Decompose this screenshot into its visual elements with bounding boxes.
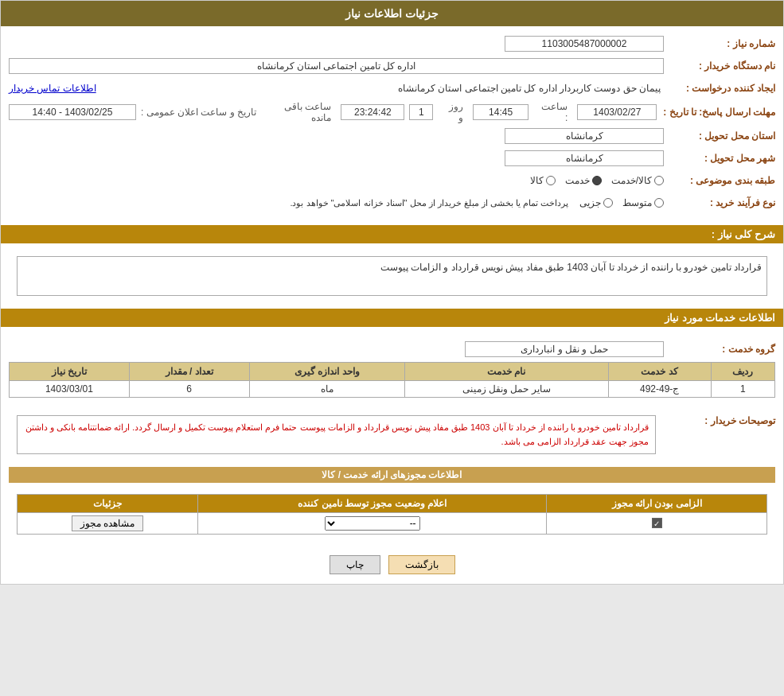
need-number-value: 1103005487000002 (505, 36, 664, 52)
need-desc-section-divider: شرح کلی نیاز : (1, 225, 783, 243)
col-service-name: نام خدمت (404, 363, 608, 381)
category-radio-khedmat (592, 176, 602, 185)
permit-cell-required: ✓ (547, 513, 767, 535)
services-table: ردیف کد خدمت نام خدمت واحد اندازه گیری ت… (9, 362, 775, 398)
announce-date-label: تاریخ و ساعت اعلان عمومی : (136, 107, 261, 118)
send-remaining-label: ساعت باقی مانده (261, 101, 336, 123)
need-desc-section-label: شرح کلی نیاز : (712, 228, 775, 240)
delivery-province-value: کرمانشاه (505, 128, 664, 144)
page-title: جزئیات اطلاعات نیاز (345, 7, 439, 20)
delivery-province-label: استان محل تحویل : (664, 130, 775, 142)
cell-row-num: 1 (711, 381, 774, 398)
delivery-city-value: کرمانشاه (505, 150, 664, 166)
cell-service-code: ج-49-492 (608, 381, 711, 398)
contact-info-link[interactable]: اطلاعات تماس خریدار (9, 83, 96, 94)
permit-cell-announce: -- (197, 513, 546, 535)
need-desc-box: قرارداد تامین خودرو با راننده از خرداد ت… (17, 256, 767, 296)
send-date-value: 1403/02/27 (577, 104, 657, 120)
purchase-type-note: پرداخت تمام یا بخشی از مبلغ خریدار از مح… (287, 196, 571, 210)
send-time-label: ساعت : (533, 101, 572, 123)
send-days-value: 1 (409, 104, 433, 120)
requester-label: ایجاد کننده درخواست : (664, 83, 775, 94)
category-radio-kala-khedmat (654, 176, 664, 185)
category-option-khedmat[interactable]: خدمت (565, 175, 602, 186)
delivery-city-label: شهر محل تحویل : (664, 153, 775, 164)
col-row-num: ردیف (711, 363, 774, 381)
col-need-date: تاریخ نیاز (10, 363, 130, 381)
permits-section-label: اطلاعات مجوزهای ارائه خدمت / کالا (322, 469, 462, 480)
category-option-kala-khedmat[interactable]: کالا/خدمت (611, 175, 664, 186)
permit-cell-details: مشاهده مجوز (18, 513, 198, 535)
col-unit: واحد اندازه گیری (249, 363, 404, 381)
permits-section-divider: اطلاعات مجوزهای ارائه خدمت / کالا (9, 467, 775, 483)
services-section-divider: اطلاعات خدمات مورد نیاز (1, 309, 783, 327)
buyer-desc-value: قرارداد تامین خودرو با راننده از خرداد ت… (25, 422, 649, 446)
send-deadline-label: مهلت ارسال پاسخ: تا تاریخ : (657, 107, 775, 118)
permit-announce-select[interactable]: -- (325, 516, 420, 531)
send-remaining-value: 23:24:42 (341, 104, 404, 120)
col-quantity: تعداد / مقدار (129, 363, 249, 381)
buyer-org-label: نام دستگاه خریدار : (664, 60, 775, 72)
send-days-label: روز و (438, 101, 468, 123)
buyer-org-value: اداره کل تامین اجتماعی استان کرمانشاه (9, 58, 664, 74)
permit-required-checkbox[interactable]: ✓ (652, 518, 662, 528)
services-section-label: اطلاعات خدمات مورد نیاز (665, 312, 775, 324)
permit-row: ✓ -- مشاهده مجوز (18, 513, 767, 535)
send-time-value: 14:45 (473, 104, 529, 120)
cell-need-date: 1403/03/01 (10, 381, 130, 398)
purchase-type-label: نوع فرآیند خرید : (664, 197, 775, 208)
permits-table: الزامی بودن ارائه مجوز اعلام وضعیت مجوز … (17, 494, 767, 535)
purchase-type-radio-motavaret (654, 198, 664, 208)
purchase-type-radio-jozi (603, 198, 613, 208)
purchase-type-option-motavaret[interactable]: متوسط (622, 197, 664, 208)
announce-date-value: 1403/02/25 - 14:40 (9, 104, 136, 120)
permit-col-details: جزئیات (18, 495, 198, 513)
purchase-type-radio-group: متوسط جزیی (579, 197, 664, 208)
category-label: طبقه بندی موضوعی : (664, 175, 775, 186)
service-group-value: حمل و نقل و انبارداری (465, 341, 664, 357)
category-radio-kala (546, 176, 556, 185)
permit-col-announce: اعلام وضعیت مجوز توسط نامین کننده (197, 495, 546, 513)
need-number-label: شماره نیاز : (664, 38, 775, 49)
cell-service-name: سایر حمل ونقل زمینی (404, 381, 608, 398)
print-button[interactable]: چاپ (330, 555, 380, 574)
purchase-type-option-jozi[interactable]: جزیی (579, 197, 613, 208)
permit-col-required: الزامی بودن ارائه مجوز (547, 495, 767, 513)
buyer-desc-label: توصیحات خریدار : (664, 412, 775, 426)
cell-quantity: 6 (129, 381, 249, 398)
cell-unit: ماه (249, 381, 404, 398)
need-desc-value: قرارداد تامین خودرو با راننده از خرداد ت… (380, 262, 762, 273)
requester-value: پیمان حق دوست کاربردار اداره کل تامین اج… (96, 81, 664, 95)
service-group-label: گروه خدمت : (664, 344, 775, 355)
category-radio-group: کالا/خدمت خدمت کالا (530, 175, 664, 186)
page-header: جزئیات اطلاعات نیاز (1, 1, 783, 26)
category-option-kala[interactable]: کالا (530, 175, 556, 186)
table-row: 1 ج-49-492 سایر حمل ونقل زمینی ماه 6 140… (10, 381, 775, 398)
permit-view-button[interactable]: مشاهده مجوز (72, 515, 143, 531)
back-button[interactable]: بازگشت (388, 555, 455, 574)
col-service-code: کد خدمت (608, 363, 711, 381)
buyer-desc-box: قرارداد تامین خودرو با راننده از خرداد ت… (17, 415, 656, 454)
button-row: بازگشت چاپ (1, 546, 783, 584)
